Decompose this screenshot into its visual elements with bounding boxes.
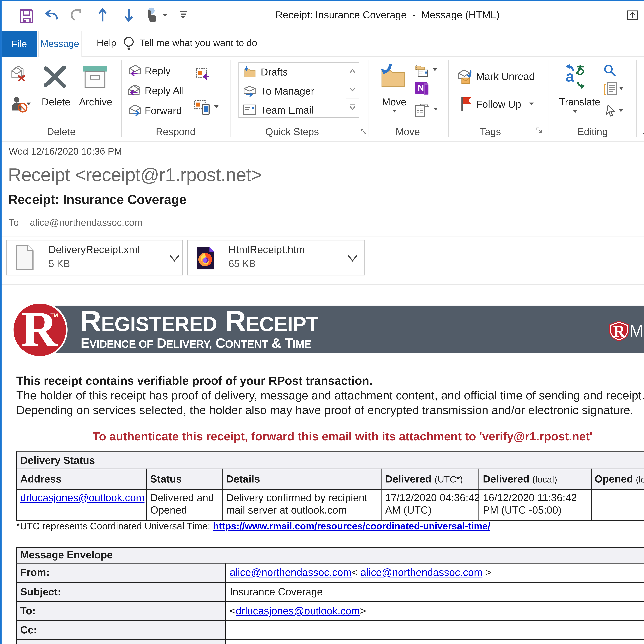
svg-text:N: N bbox=[418, 83, 424, 93]
svg-text:a: a bbox=[566, 68, 574, 85]
svg-text:R: R bbox=[613, 322, 625, 341]
